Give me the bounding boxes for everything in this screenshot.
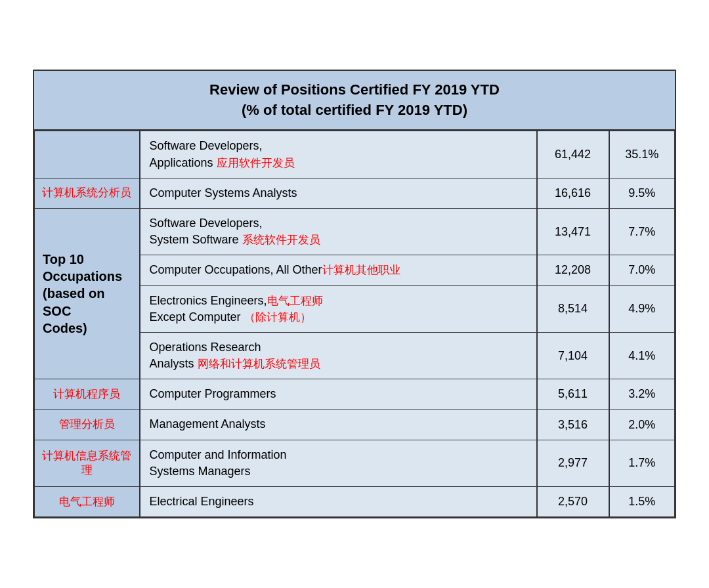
number-cell: 3,516 xyxy=(537,410,609,440)
number-cell: 12,208 xyxy=(537,255,609,285)
occupation-en-2: Except Computer xyxy=(150,310,241,324)
occupation-zh-1: 电气工程师 xyxy=(267,295,323,307)
occupation-zh-2: （除计算机） xyxy=(244,311,311,324)
percent-cell: 35.1% xyxy=(609,131,675,178)
occupation-en: Computer Systems Analysts xyxy=(150,186,297,200)
table-row: Top 10Occupations(based on SOCCodes)Soft… xyxy=(35,208,675,255)
number-cell: 2,570 xyxy=(537,487,609,517)
number-cell: 13,471 xyxy=(537,208,609,255)
number-cell: 5,611 xyxy=(537,379,609,410)
number-cell: 2,977 xyxy=(537,440,609,486)
occupation-en: Management Analysts xyxy=(150,417,266,430)
main-table-wrapper: Review of Positions Certified FY 2019 YT… xyxy=(33,70,676,518)
occupation-zh: 应用软件开发员 xyxy=(217,157,295,169)
occupation-zh: 计算机其他职业 xyxy=(322,264,400,276)
percent-cell: 1.7% xyxy=(609,440,675,486)
percent-cell: 7.0% xyxy=(609,255,675,285)
percent-cell: 9.5% xyxy=(609,178,675,208)
occupation-en: Computer Occupations, All Other xyxy=(150,263,322,276)
number-cell: 8,514 xyxy=(537,285,609,332)
table-row: 计算机信息系统管理Computer and InformationSystems… xyxy=(35,440,675,486)
top10-label: Top 10Occupations(based on SOCCodes) xyxy=(35,208,140,379)
zh-label-cis-managers: 计算机信息系统管理 xyxy=(35,440,140,486)
number-cell: 16,616 xyxy=(537,178,609,208)
percent-cell: 4.1% xyxy=(609,332,675,379)
table-row: 管理分析员Management Analysts3,5162.0% xyxy=(35,410,675,440)
table-row: 计算机程序员Computer Programmers5,6113.2% xyxy=(35,379,675,410)
occupation-en: Electronics Engineers, xyxy=(150,294,267,307)
zh-label-systems-analysts: 计算机系统分析员 xyxy=(35,178,140,208)
table-title: Review of Positions Certified FY 2019 YT… xyxy=(34,71,675,131)
occupation-zh: 系统软件开发员 xyxy=(242,234,320,246)
occupation-en: Electrical Engineers xyxy=(150,495,254,508)
zh-label-electrical-engineers: 电气工程师 xyxy=(35,487,140,517)
data-table: Software Developers,Applications 应用软件开发员… xyxy=(34,131,675,517)
percent-cell: 1.5% xyxy=(609,487,675,517)
table-row: 计算机系统分析员Computer Systems Analysts16,6169… xyxy=(35,178,675,208)
zh-label-management-analysts: 管理分析员 xyxy=(35,410,140,440)
table-row: 电气工程师Electrical Engineers2,5701.5% xyxy=(35,487,675,517)
occupation-computer-programmers: Computer Programmers xyxy=(140,379,537,410)
percent-cell: 3.2% xyxy=(609,379,675,410)
percent-cell: 4.9% xyxy=(609,285,675,332)
occupation-cis-managers: Computer and InformationSystems Managers xyxy=(140,440,537,486)
number-cell: 61,442 xyxy=(537,131,609,178)
occupation-en: Computer Programmers xyxy=(150,387,276,400)
occupation-electrical-engineers: Electrical Engineers xyxy=(140,487,537,517)
occupation-en: Computer and InformationSystems Managers xyxy=(150,448,287,478)
percent-cell: 2.0% xyxy=(609,410,675,440)
number-cell: 7,104 xyxy=(537,332,609,379)
occupation-zh: 网络和计算机系统管理员 xyxy=(198,358,320,370)
zh-label-computer-programmers: 计算机程序员 xyxy=(35,379,140,410)
table-row: Software Developers,Applications 应用软件开发员… xyxy=(35,131,675,178)
occupation-management-analysts: Management Analysts xyxy=(140,410,537,440)
percent-cell: 7.7% xyxy=(609,208,675,255)
